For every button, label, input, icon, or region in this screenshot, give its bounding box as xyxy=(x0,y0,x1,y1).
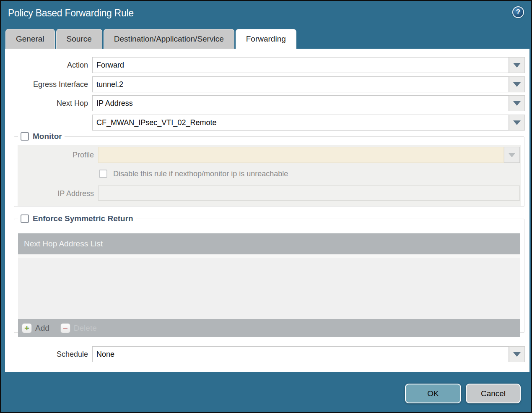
disable-rule-row: Disable this rule if nexthop/monitor ip … xyxy=(99,168,288,179)
egress-interface-label: Egress Interface xyxy=(5,76,88,92)
next-hop-address-list-body xyxy=(18,254,520,319)
profile-label: Profile xyxy=(18,147,94,163)
schedule-label: Schedule xyxy=(5,346,88,362)
add-button-label: Add xyxy=(35,324,49,333)
next-hop-label: Next Hop xyxy=(5,95,88,111)
next-hop-dropdown-button[interactable] xyxy=(509,95,525,111)
tab-destination-application-service[interactable]: Destination/Application/Service xyxy=(104,29,234,49)
chevron-down-icon xyxy=(513,352,521,357)
next-hop-address-dropdown-button[interactable] xyxy=(509,115,525,131)
title-bar: Policy Based Forwarding Rule ? xyxy=(1,1,531,28)
add-button[interactable]: + Add xyxy=(22,323,49,333)
action-select[interactable]: Forward xyxy=(92,57,509,73)
egress-interface-row: Egress Interface tunnel.2 xyxy=(5,76,529,92)
monitor-disabled-area: Profile Disable this rule if nexthop/mon… xyxy=(18,145,521,206)
chevron-down-icon xyxy=(513,120,521,125)
next-hop-type-select[interactable]: IP Address xyxy=(92,95,509,111)
schedule-dropdown-button[interactable] xyxy=(509,346,525,362)
delete-button-label: Delete xyxy=(74,324,97,333)
schedule-select[interactable]: None xyxy=(92,346,509,362)
action-value: Forward xyxy=(96,61,124,70)
ok-button-label: OK xyxy=(427,389,439,398)
next-hop-row: Next Hop IP Address xyxy=(5,95,529,111)
schedule-value: None xyxy=(96,350,114,359)
enforce-symmetric-return-label: Enforce Symmetric Return xyxy=(33,214,133,223)
profile-dropdown-button xyxy=(504,147,520,163)
empty-row xyxy=(18,254,520,258)
monitor-section: Monitor Profile Disable this rule if nex… xyxy=(14,132,524,207)
forwarding-tab-panel: Action Forward Egress Interface tunnel.2… xyxy=(5,49,529,372)
next-hop-address-select[interactable]: CF_MWAN_IPsec_VTI_02_Remote xyxy=(92,115,509,131)
action-label: Action xyxy=(5,57,88,73)
monitor-legend: Monitor xyxy=(18,132,65,141)
cancel-button-label: Cancel xyxy=(481,389,506,398)
dialog-title: Policy Based Forwarding Rule xyxy=(8,8,134,19)
next-hop-address-list-header: Next Hop Address List xyxy=(18,233,520,254)
egress-interface-value: tunnel.2 xyxy=(96,80,123,89)
tab-source-label: Source xyxy=(67,34,92,44)
chevron-down-icon xyxy=(513,82,521,87)
next-hop-type-value: IP Address xyxy=(96,99,133,108)
tab-forwarding-label: Forwarding xyxy=(246,34,286,44)
pbf-rule-dialog: { "window": { "title": "Policy Based For… xyxy=(0,0,532,413)
help-icon-glyph: ? xyxy=(516,8,520,16)
enforce-symmetric-return-section: Enforce Symmetric Return Next Hop Addres… xyxy=(14,214,524,333)
next-hop-address-list-toolbar: + Add − Delete xyxy=(18,319,520,337)
next-hop-address-list-table: Next Hop Address List + Add − Delete xyxy=(18,233,520,337)
tab-destination-label: Destination/Application/Service xyxy=(114,34,224,44)
tab-source[interactable]: Source xyxy=(56,29,102,49)
next-hop-address-value: CF_MWAN_IPsec_VTI_02_Remote xyxy=(96,118,216,127)
disable-rule-checkbox xyxy=(99,170,107,178)
cancel-button[interactable]: Cancel xyxy=(466,384,521,403)
schedule-row: Schedule None xyxy=(5,346,529,362)
tab-bar: General Source Destination/Application/S… xyxy=(5,29,296,49)
chevron-down-icon xyxy=(513,101,521,106)
chevron-down-icon xyxy=(513,63,521,68)
ok-button[interactable]: OK xyxy=(405,384,461,403)
monitor-ip-address-input xyxy=(98,186,520,201)
action-dropdown-button[interactable] xyxy=(509,57,525,73)
delete-icon: − xyxy=(60,323,70,333)
enforce-symmetric-return-legend: Enforce Symmetric Return xyxy=(18,214,136,223)
next-hop-address-list-header-label: Next Hop Address List xyxy=(24,239,103,248)
monitor-legend-label: Monitor xyxy=(33,132,62,141)
chevron-down-icon xyxy=(508,153,516,157)
monitor-ip-address-label: IP Address xyxy=(18,186,94,201)
help-icon[interactable]: ? xyxy=(512,6,524,18)
monitor-checkbox[interactable] xyxy=(21,132,29,141)
egress-interface-select[interactable]: tunnel.2 xyxy=(92,76,509,92)
enforce-symmetric-return-checkbox[interactable] xyxy=(21,214,29,223)
egress-interface-dropdown-button[interactable] xyxy=(509,76,525,92)
action-row: Action Forward xyxy=(5,57,529,73)
disable-rule-label: Disable this rule if nexthop/monitor ip … xyxy=(113,170,288,178)
tab-general-label: General xyxy=(16,34,44,44)
add-icon: + xyxy=(22,323,32,333)
delete-button: − Delete xyxy=(60,323,97,333)
minus-glyph: − xyxy=(63,324,68,332)
tab-forwarding[interactable]: Forwarding xyxy=(236,29,296,49)
next-hop-address-row: CF_MWAN_IPsec_VTI_02_Remote xyxy=(5,115,529,131)
profile-select xyxy=(98,147,504,163)
tab-general[interactable]: General xyxy=(5,29,55,49)
plus-glyph: + xyxy=(24,324,29,332)
